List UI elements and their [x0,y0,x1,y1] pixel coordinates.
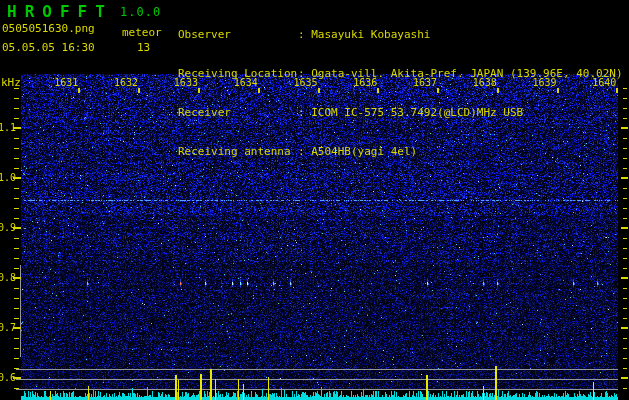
freq-tick-label: 0.9 [0,222,14,233]
time-tick-label: 1632 [112,77,138,88]
time-tick-label: 1633 [172,77,198,88]
info-value: : ICOM IC-575 53.7492(@LCD)MHz USB [298,106,523,119]
mode-label: meteor [122,26,162,39]
time-tick-label: 1637 [411,77,437,88]
info-row: Receiving antenna: A504HB(yagi 4el) [178,145,623,158]
time-tick-label: 1635 [292,77,318,88]
info-value: : Ogata-vill. Akita-Pref. JAPAN (139.96E… [298,67,623,80]
freq-axis-unit: kHz [1,76,21,89]
info-value: : A504HB(yagi 4el) [298,145,417,158]
file-name: 0505051630.png [2,22,95,35]
info-label: Receiver [178,106,298,119]
time-tick-label: 1634 [232,77,258,88]
freq-tick-label: 0.7 [0,322,14,333]
meteor-count: 13 [137,41,150,54]
app-version: 1.0.0 [120,5,161,19]
time-tick-label: 1640 [590,77,616,88]
info-row: Receiver: ICOM IC-575 53.7492(@LCD)MHz U… [178,106,623,119]
freq-tick-label: 1.0 [0,172,14,183]
observation-info: Observer: Masayuki Kobayashi Receiving L… [178,2,623,184]
hrofft-window: HROFFT 1.0.0 0505051630.png meteor 05.05… [0,0,629,400]
freq-tick-label: 0.6 [0,372,14,383]
time-tick-label: 1639 [531,77,557,88]
freq-tick-label: 1.1 [0,122,14,133]
info-value: : Masayuki Kobayashi [298,28,430,41]
info-label: Observer [178,28,298,41]
freq-tick-label: 0.8 [0,272,14,283]
capture-timestamp: 05.05.05 16:30 [2,41,95,54]
time-tick-label: 1638 [471,77,497,88]
time-tick-label: 1631 [52,77,78,88]
info-row: Observer: Masayuki Kobayashi [178,28,623,41]
info-label: Receiving antenna [178,145,298,158]
app-title: HROFFT [7,2,113,21]
time-tick-label: 1636 [351,77,377,88]
